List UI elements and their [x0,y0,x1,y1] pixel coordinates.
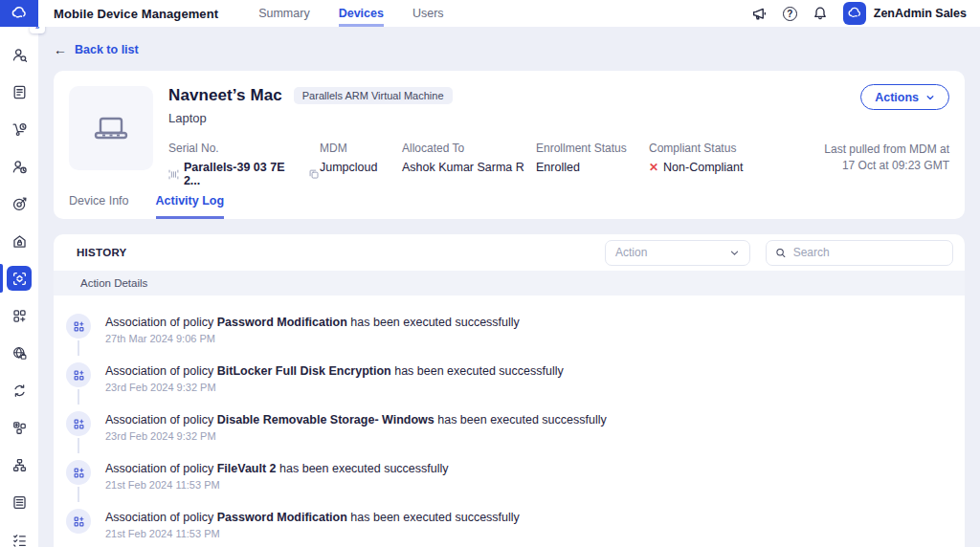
notifications-bell-icon[interactable] [813,6,829,22]
globe-lock-icon [11,345,28,361]
device-image [69,86,153,170]
laptop-icon [90,107,132,149]
sidebar-item-user-clock[interactable] [7,154,32,179]
policy-association-icon [66,460,91,485]
cloud-logo-icon [11,5,28,22]
action-filter-dropdown[interactable]: Action [605,240,750,266]
chevron-down-icon [729,248,740,258]
notes-icon [11,84,28,100]
search-input[interactable] [793,246,944,259]
account-menu[interactable]: ZenAdmin Sales [843,2,967,25]
sidebar-item-sync[interactable] [7,378,32,403]
barcode-scan-icon [168,169,179,180]
app-title: Mobile Device Management [54,7,218,21]
account-name: ZenAdmin Sales [874,7,967,20]
search-icon [775,247,787,259]
last-pulled-label: Last pulled from MDM at [824,142,949,158]
last-pulled-info: Last pulled from MDM at 17 Oct at 09:23 … [824,142,949,187]
apps-plus-icon [73,320,85,333]
sidebar-item-checklist[interactable] [7,527,32,547]
sidebar-item-device-management[interactable] [7,266,32,291]
field-label: Compliant Status [649,142,792,155]
policy-association-icon [66,509,91,534]
user-search-icon [11,47,28,63]
user-clock-icon [11,159,28,175]
apps-plus-icon [73,467,85,479]
announcements-icon[interactable] [751,6,768,22]
compliant-status-value: Non-Compliant [663,161,743,174]
sidebar: » [0,27,38,547]
field-enrollment-status: Enrollment Status Enrolled [536,142,649,187]
activity-text: Association of policy FileVault 2 has be… [105,460,449,475]
actions-button[interactable]: Actions [860,84,949,110]
sidebar-item-web-security[interactable] [7,340,32,365]
action-filter-label: Action [615,246,647,259]
activity-entry: Association of policy BitLocker Full Dis… [66,362,949,393]
shipment-clock-icon [11,121,28,138]
list-document-icon [11,494,28,511]
last-pulled-value: 17 Oct at 09:23 GMT [824,158,949,174]
back-link-label: Back to list [75,43,139,56]
sidebar-item-integrations[interactable] [7,415,32,440]
target-icon [11,196,28,212]
activity-history-card: HISTORY Action Action Details [54,234,965,547]
help-icon[interactable]: ? [782,6,798,22]
device-type: Laptop [168,111,207,125]
org-chart-icon [11,457,28,473]
sidebar-item-user-search[interactable] [7,42,32,67]
apps-plus-icon [11,308,28,324]
device-detail-tabs: Device Info Activity Log [54,183,965,219]
action-details-header: Action Details [54,271,965,295]
policy-association-icon [66,411,91,436]
actions-button-label: Actions [875,91,919,104]
non-compliant-x-icon: ✕ [649,161,658,174]
checklist-icon [11,532,28,547]
home-lock-icon [11,233,28,250]
nav-tab-devices[interactable]: Devices [339,0,384,27]
copy-icon[interactable] [308,168,320,180]
apps-plus-icon [73,369,85,382]
back-to-list-link[interactable]: ← Back to list [54,42,139,57]
sidebar-item-shipments[interactable] [7,117,32,142]
cloud-logo-icon [847,6,862,21]
activity-text: Association of policy BitLocker Full Dis… [105,362,564,378]
device-scan-icon [11,271,28,287]
sidebar-item-notes[interactable] [7,79,32,104]
account-logo [843,2,866,25]
sidebar-item-reports[interactable] [7,490,32,514]
sync-arrows-icon [11,383,28,399]
nav-tab-users[interactable]: Users [412,0,444,27]
activity-timestamp: 23rd Feb 2024 9:32 PM [105,430,607,442]
tab-activity-log[interactable]: Activity Log [156,183,225,219]
sidebar-item-home-security[interactable] [7,229,32,253]
sidebar-item-app-catalog[interactable] [7,303,32,328]
apps-plus-icon [73,418,85,430]
zenadmin-logo[interactable] [0,0,38,27]
activity-text: Association of policy Password Modificat… [105,314,520,329]
apps-plus-icon [73,515,85,528]
device-summary-card: Navneet’s Mac Parallels ARM Virtual Mach… [54,71,965,219]
chevron-down-icon [925,93,935,102]
main-content: ← Back to list Navneet’s Mac Parallels A… [38,27,980,547]
device-fields: Serial No. Parallels-39 03 7E 2... MDM J… [168,142,949,187]
allocated-to-value: Ashok Kumar Sarma R [402,161,536,174]
sidebar-item-goals[interactable] [7,191,32,216]
device-platform-badge: Parallels ARM Virtual Machine [294,87,453,104]
activity-timestamp: 27th Mar 2024 9:06 PM [105,333,520,344]
policy-association-icon [66,314,91,339]
policy-association-icon [66,362,91,387]
activity-timestamp: 23rd Feb 2024 9:32 PM [105,382,564,393]
mdm-value: Jumpcloud [320,161,402,174]
field-label: MDM [320,142,402,155]
activity-entry: Association of policy Password Modificat… [66,314,949,344]
tab-device-info[interactable]: Device Info [69,183,129,219]
history-search[interactable] [766,240,953,266]
device-name: Navneet’s Mac [168,86,282,105]
field-compliant-status: Compliant Status ✕ Non-Compliant [649,142,792,187]
history-title: HISTORY [65,247,127,258]
activity-timestamp: 21st Feb 2024 11:53 PM [105,528,520,539]
nav-tab-summary[interactable]: Summary [258,0,309,27]
sidebar-item-org-chart[interactable] [7,452,32,477]
activity-entry: Association of policy Password Modificat… [66,509,949,539]
top-bar: Mobile Device Management Summary Devices… [0,0,980,27]
